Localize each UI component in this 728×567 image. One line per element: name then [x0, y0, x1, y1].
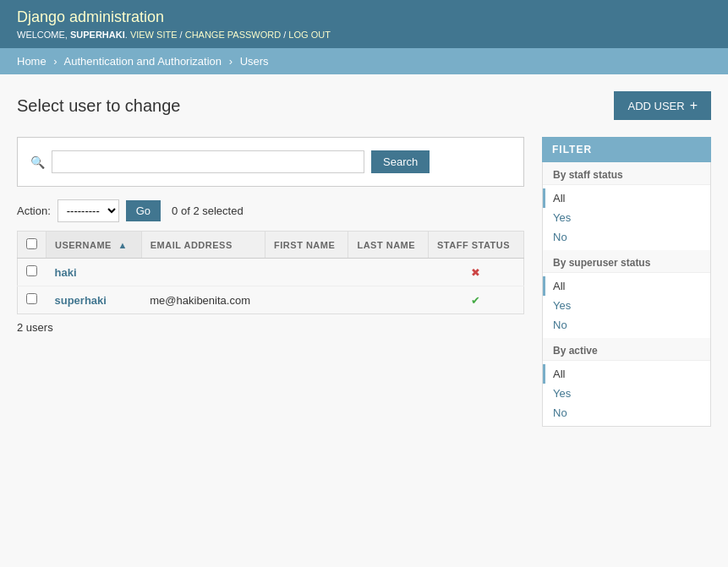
row-lastname [348, 259, 429, 286]
action-label: Action: [17, 204, 51, 217]
filter-item-0-1[interactable]: Yes [543, 208, 710, 227]
search-button[interactable]: Search [371, 150, 430, 173]
col-username-label: USERNAME [55, 240, 112, 250]
result-count: 2 users [17, 314, 525, 341]
log-out-link[interactable]: LOG OUT [288, 30, 331, 40]
filter-section: By staff statusAllYesNoBy superuser stat… [542, 162, 711, 427]
filter-item-0-0[interactable]: All [543, 188, 710, 208]
page-header: Select user to change ADD USER + [17, 91, 711, 120]
select-all-checkbox[interactable] [26, 238, 37, 249]
table-area: 🔍 Search Action: --------- Go 0 of 2 sel… [17, 137, 525, 341]
table-row: superhakime@hakibenita.com✔ [18, 286, 524, 314]
row-staffstatus: ✖ [429, 259, 524, 286]
search-input[interactable] [52, 150, 364, 173]
breadcrumb-auth[interactable]: Authentication and Authorization [64, 55, 222, 68]
filter-sidebar: FILTER By staff statusAllYesNoBy superus… [542, 137, 711, 427]
search-icon: 🔍 [30, 155, 45, 169]
header: Django administration WELCOME, SUPERHAKI… [0, 0, 728, 48]
row-checkbox[interactable] [26, 265, 37, 276]
filter-group-title-0: By staff status [543, 162, 710, 185]
page-title: Select user to change [17, 96, 180, 116]
filter-item-2-0[interactable]: All [543, 364, 710, 384]
row-firstname [265, 286, 348, 314]
action-select[interactable]: --------- [57, 199, 119, 222]
breadcrumb-home[interactable]: Home [17, 55, 47, 68]
row-firstname [265, 259, 348, 286]
search-area: 🔍 Search [17, 137, 524, 187]
col-email: EMAIL ADDRESS [141, 232, 265, 259]
filter-item-2-1[interactable]: Yes [543, 384, 710, 403]
username-link[interactable]: haki [55, 266, 77, 279]
col-staffstatus: STAFF STATUS [429, 232, 524, 259]
status-true-icon: ✔ [471, 294, 480, 307]
table-head: USERNAME ▲ EMAIL ADDRESS FIRST NAME LAST… [18, 232, 524, 259]
filter-group-title-1: By superuser status [543, 250, 710, 273]
add-user-plus-icon: + [690, 98, 698, 113]
add-user-label: ADD USER [627, 100, 684, 112]
table-body: haki✖superhakime@hakibenita.com✔ [18, 259, 524, 314]
row-lastname [348, 286, 429, 314]
filter-item-1-0[interactable]: All [543, 276, 710, 296]
filter-group-items-0: AllYesNo [543, 185, 710, 250]
filter-group-items-2: AllYesNo [543, 361, 710, 426]
breadcrumbs: Home › Authentication and Authorization … [0, 48, 728, 74]
welcome-text: WELCOME, [17, 30, 68, 40]
col-username[interactable]: USERNAME ▲ [47, 232, 142, 259]
site-title: Django administration [17, 8, 711, 26]
main-content: Select user to change ADD USER + 🔍 Searc… [0, 74, 728, 444]
breadcrumb-current: Users [240, 55, 269, 68]
row-checkbox[interactable] [26, 293, 37, 304]
add-user-button[interactable]: ADD USER + [614, 91, 711, 120]
action-bar: Action: --------- Go 0 of 2 selected [17, 199, 525, 222]
row-email: me@hakibenita.com [141, 286, 265, 314]
col-firstname: FIRST NAME [265, 232, 348, 259]
select-all-col [18, 232, 47, 259]
status-false-icon: ✖ [471, 266, 480, 279]
breadcrumb-sep1: › [53, 55, 57, 68]
go-button[interactable]: Go [126, 200, 161, 221]
sort-arrow-icon: ▲ [118, 240, 128, 250]
col-lastname: LAST NAME [348, 232, 429, 259]
user-tools: WELCOME, SUPERHAKI. VIEW SITE / CHANGE P… [17, 30, 711, 40]
row-username: superhaki [47, 286, 142, 314]
users-table: USERNAME ▲ EMAIL ADDRESS FIRST NAME LAST… [17, 231, 524, 314]
username-link[interactable]: superhaki [55, 294, 107, 307]
row-username: haki [47, 259, 142, 286]
filter-group-items-1: AllYesNo [543, 273, 710, 338]
row-staffstatus: ✔ [429, 286, 524, 314]
filter-item-2-2[interactable]: No [543, 403, 710, 423]
view-site-link[interactable]: VIEW SITE [130, 30, 178, 40]
filter-item-1-1[interactable]: Yes [543, 296, 710, 315]
username-display: SUPERHAKI [70, 30, 125, 40]
breadcrumb-sep2: › [229, 55, 233, 68]
content-layout: 🔍 Search Action: --------- Go 0 of 2 sel… [17, 137, 711, 427]
filter-group-title-2: By active [543, 338, 710, 361]
filter-item-1-2[interactable]: No [543, 315, 710, 335]
selected-count: 0 of 2 selected [172, 204, 244, 217]
change-password-link[interactable]: CHANGE PASSWORD [185, 30, 281, 40]
filter-item-0-2[interactable]: No [543, 227, 710, 247]
row-checkbox-cell [18, 286, 47, 314]
row-email [141, 259, 265, 286]
row-checkbox-cell [18, 259, 47, 286]
table-row: haki✖ [18, 259, 524, 286]
filter-header: FILTER [542, 137, 711, 162]
table-header-row: USERNAME ▲ EMAIL ADDRESS FIRST NAME LAST… [18, 232, 524, 259]
